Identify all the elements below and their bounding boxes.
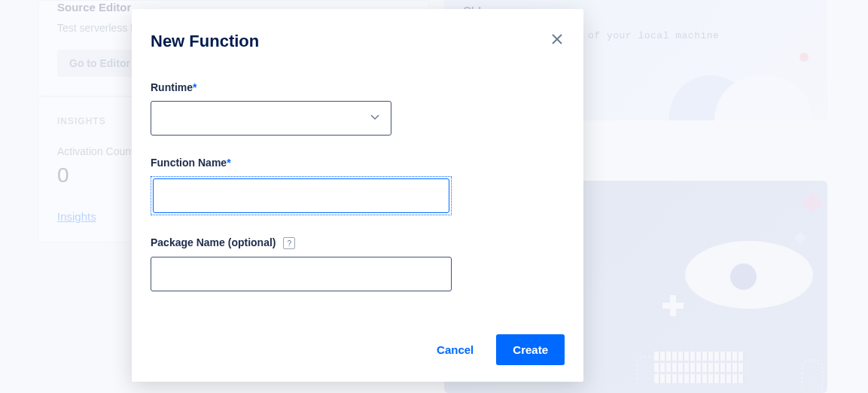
package-name-label: Package Name (optional) ? [151, 236, 565, 249]
help-icon[interactable]: ? [283, 237, 295, 249]
function-name-label-text: Function Name [151, 157, 227, 169]
modal-title: New Function [151, 32, 259, 51]
function-name-focus-ring [151, 176, 452, 215]
package-name-label-text: Package Name (optional) [151, 236, 276, 248]
required-marker: * [227, 157, 230, 169]
package-name-input[interactable] [151, 257, 452, 291]
modal-header: New Function [151, 32, 565, 51]
function-name-field-group: Function Name* [151, 157, 565, 215]
close-icon [551, 33, 563, 45]
close-button[interactable] [550, 32, 565, 47]
runtime-select-wrapper [151, 101, 391, 136]
runtime-select[interactable] [151, 101, 391, 136]
package-name-field-group: Package Name (optional) ? [151, 236, 565, 291]
modal-footer: Cancel Create [425, 334, 565, 365]
runtime-label: Runtime* [151, 81, 565, 93]
required-marker: * [193, 81, 196, 93]
create-button[interactable]: Create [496, 334, 565, 365]
cancel-button[interactable]: Cancel [425, 334, 486, 365]
runtime-field-group: Runtime* [151, 81, 565, 136]
runtime-label-text: Runtime [151, 81, 193, 93]
new-function-modal: New Function Runtime* Function Name* [132, 9, 583, 382]
function-name-input[interactable] [153, 178, 449, 213]
function-name-label: Function Name* [151, 157, 565, 169]
